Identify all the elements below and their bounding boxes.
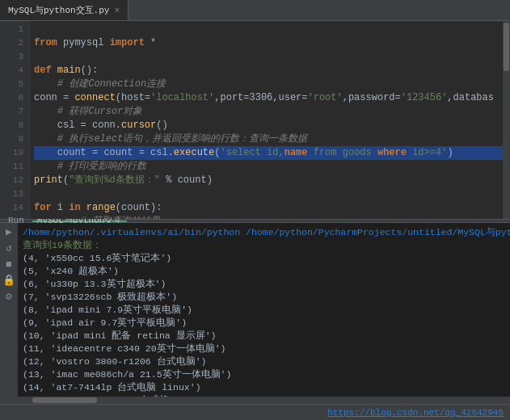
gutter-line: 7 [0,105,27,119]
terminal-line: (12, 'vostro 3800-r1206 台式电脑') [23,355,505,368]
gutter-line: 12 [0,174,27,187]
line-number-gutter: 1234567891011121314151617181920212223242… [0,21,31,219]
terminal-line: (4, 'x550cc 15.6英寸笔记本') [23,252,505,265]
code-line [34,187,503,201]
scrollbar-thumb-v [504,23,509,71]
scroll-lock-icon[interactable]: 🔒 [2,275,15,288]
tab-label: MySQL与python交互.py [8,4,109,16]
code-line: # 打印受影响的行数 [34,160,503,174]
horizontal-scrollbar[interactable] [0,397,510,404]
gutter-line: 6 [0,91,27,105]
terminal-icon-strip: ▶ ↺ ■ 🔒 ⚙ [0,223,18,397]
code-line: count = count = csl.execute('select id,n… [34,146,503,160]
terminal-line: (13, 'imac me086ch/a 21.5英寸一体电脑') [23,368,505,381]
code-line: # 执行select语句，并返回受影响的行数：查询一条数据 [34,132,503,146]
gutter-line: 4 [0,64,27,78]
tab-bar: MySQL与python交互.py × [0,0,510,21]
run-tab-mysql[interactable]: MySQL与python交互 [32,220,128,222]
gutter-line: 1 [0,23,27,36]
code-line: # 获得Cursor对象 [34,105,503,119]
gutter-line: 11 [0,160,27,174]
gutter-line: 13 [0,187,27,201]
scrollbar-thumb-h [32,397,97,403]
terminal-line: (7, 'svp13226scb 极致超极本') [23,291,505,304]
code-line: print("查询到%d条数据：" % count) [34,174,503,187]
vertical-scrollbar[interactable] [503,21,510,219]
gutter-line: 3 [0,50,27,64]
run-tab-run[interactable]: Run [3,220,29,222]
terminal-line: (10, 'ipad mini 配备 retina 显示屏') [23,330,505,342]
status-bar: https://blog.csdn.net/qq_42642945 [0,404,510,420]
code-editor[interactable]: from pymysql import * def main(): # 创建Co… [31,21,503,219]
gutter-line: 8 [0,119,27,132]
active-tab[interactable]: MySQL与python交互.py × [0,0,129,20]
status-url[interactable]: https://blog.csdn.net/qq_42642945 [327,408,504,418]
code-line [34,50,503,64]
terminal-panel: ▶ ↺ ■ 🔒 ⚙ /home/python/.virtualenvs/ai/b… [0,223,510,397]
settings-icon[interactable]: ⚙ [2,291,15,304]
terminal-line: (14, 'at7-7414lp 台式电脑 linux') [23,381,505,394]
code-line [34,23,503,36]
terminal-line: (11, 'ideacentre c340 20英寸一体电脑') [23,342,505,355]
rerun-icon[interactable]: ↺ [2,242,15,255]
code-line: def main(): [34,64,503,78]
terminal-output: /home/python/.virtualenvs/ai/bin/python … [18,223,510,397]
code-line: from pymysql import * [34,36,503,50]
code-line: csl = conn.cursor() [34,119,503,132]
gutter-line: 9 [0,132,27,146]
terminal-line: /home/python/.virtualenvs/ai/bin/python … [23,226,505,239]
code-line: conn = connect(host='localhost',port=330… [34,91,503,105]
code-line: for i in range(count): [34,201,503,215]
terminal-line: (5, 'x240 超极本') [23,265,505,278]
terminal-line: 查询到19条数据： [23,239,505,252]
tab-close-button[interactable]: × [114,6,120,15]
terminal-line: (9, 'ipad air 9.7英寸平板电脑') [23,317,505,330]
gutter-line: 2 [0,36,27,50]
terminal-line: (8, 'ipad mini 7.9英寸平板电脑') [23,304,505,317]
terminal-line: (6, 'u330p 13.3英寸超极本') [23,278,505,291]
stop-icon[interactable]: ■ [2,258,15,271]
gutter-line: 14 [0,201,27,215]
editor-terminal-area: 1234567891011121314151617181920212223242… [0,21,510,219]
gutter-line: 5 [0,78,27,91]
code-line: # 创建Connection连接 [34,78,503,91]
code-line: # 获取查询的结果 [34,215,503,219]
play-icon[interactable]: ▶ [2,226,15,239]
gutter-line: 10 [0,146,27,160]
